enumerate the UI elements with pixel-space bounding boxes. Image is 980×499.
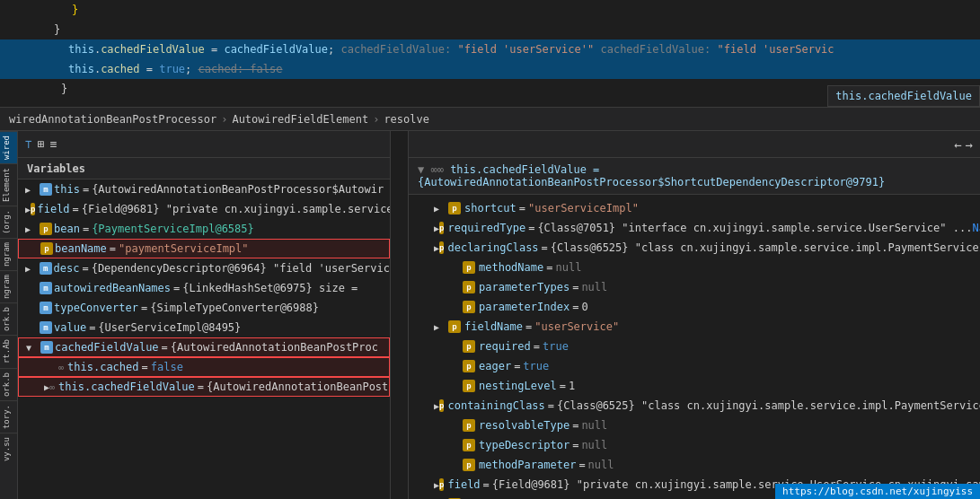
var-val-desc: {DependencyDescriptor@6964} "field 'user… <box>92 262 390 275</box>
var-eq-value: = <box>89 321 95 334</box>
val-required: true <box>543 340 569 353</box>
inspect-title-text: this.cachedFieldValue = {AutowiredAnnota… <box>418 163 885 188</box>
expand-shortcut[interactable]: ▶ <box>434 204 448 214</box>
var-icon-cachedfieldvalue: m <box>40 341 53 354</box>
side-label-ngram1: ngram <box>0 238 17 270</box>
side-label-ngram2: ngram <box>0 270 17 302</box>
var-row-this[interactable]: ▶ m this = {AutowiredAnnotationBeanPostP… <box>18 179 390 199</box>
oo-icon-cached: ∞ <box>58 363 64 372</box>
name-containingclass: containingClass <box>447 399 544 412</box>
back-button[interactable]: ← <box>954 137 961 152</box>
var-icon-autowired: m <box>40 282 52 294</box>
var-val-value: {UserServiceImpl@8495} <box>98 321 241 334</box>
var-row-beanname[interactable]: p beanName = "paymentServiceImpl" <box>18 239 390 258</box>
var-val-typeconverter: {SimpleTypeConverter@6988} <box>150 302 319 314</box>
icon-required: p <box>463 340 475 353</box>
field-tooltip: this.cachedFieldValue <box>827 85 980 107</box>
inspect-row-nestinglevel[interactable]: p nestingLevel = 1 <box>409 376 980 396</box>
var-eq-desc: = <box>82 262 88 275</box>
var-eq-bean: = <box>83 223 89 235</box>
var-icon-this: m <box>40 183 52 196</box>
var-row-cachedfieldvalue[interactable]: ▼ m cachedFieldValue = {AutowiredAnnotat… <box>18 337 390 357</box>
val-paramindex: 0 <box>581 301 587 313</box>
inspect-row-containingclass[interactable]: ▶ p containingClass = {Class@6525} "clas… <box>409 396 980 416</box>
var-val-cachedfieldvalue: {AutowiredAnnotationBeanPostProc <box>171 341 378 354</box>
inspect-row-fieldname[interactable]: ▶ p fieldName = "userService" <box>409 317 980 337</box>
side-label-tory: tory. <box>0 400 17 433</box>
var-eq-autowired: = <box>173 282 180 294</box>
menu-icon[interactable]: ≡ <box>50 137 57 151</box>
expand-icon-this[interactable]: ▶ <box>25 185 40 195</box>
val-nestinglevel: 1 <box>569 380 575 392</box>
var-icon-desc: m <box>40 262 52 275</box>
url-bar: https://blog.csdn.net/xujingyiss <box>775 484 980 499</box>
icon-methodname: p <box>463 261 475 274</box>
name-fieldname: fieldName <box>464 320 523 333</box>
name-paramtypes: parameterTypes <box>479 281 569 293</box>
inspect-toolbar: ← → <box>409 131 980 158</box>
var-row-this-cachedfieldvalue[interactable]: ▶ ∞ this.cachedFieldValue = {AutowiredAn… <box>18 377 390 397</box>
inspect-row-paramindex[interactable]: p parameterIndex = 0 <box>409 297 980 317</box>
val-declaringclass: {Class@6525} "class cn.xujingyi.sample.s… <box>551 241 980 254</box>
var-icon-value: m <box>40 321 52 334</box>
var-icon-beanname: p <box>40 242 53 255</box>
icon-methodparam: p <box>463 459 475 471</box>
icon-resolvabletype: p <box>463 419 475 432</box>
inspect-content[interactable]: ▶ p shortcut = "userServiceImpl" ▶ p req… <box>409 195 980 499</box>
name-declaringclass: declaringClass <box>447 241 538 254</box>
inspect-row-eager[interactable]: p eager = true <box>409 356 980 376</box>
inspect-row-paramtypes[interactable]: p parameterTypes = null <box>409 277 980 297</box>
icon-requiredtype: p <box>439 222 444 234</box>
side-label-org: (org. <box>0 206 17 238</box>
var-row-field[interactable]: ▶ p field = {Field@9681} "private cn.xuj… <box>18 199 390 219</box>
variables-list[interactable]: ▶ m this = {AutowiredAnnotationBeanPostP… <box>18 179 390 499</box>
var-icon-bean: p <box>40 223 52 235</box>
var-name-beanname: beanName <box>55 242 107 255</box>
var-row-autowired[interactable]: m autowiredBeanNames = {LinkedHashSet@69… <box>18 278 390 298</box>
inspect-row-required[interactable]: p required = true <box>409 337 980 356</box>
inspect-row-requiredtype[interactable]: ▶ p requiredType = {Class@7051} "interfa… <box>409 218 980 238</box>
val-eager: true <box>523 360 549 372</box>
inspect-row-declaringclass[interactable]: ▶ p declaringClass = {Class@6525} "class… <box>409 238 980 258</box>
var-eq-beanname: = <box>110 242 116 255</box>
url-text: https://blog.csdn.net/xujingyiss <box>782 486 973 497</box>
val-shortcut: "userServiceImpl" <box>528 202 639 214</box>
var-row-desc[interactable]: ▶ m desc = {DependencyDescriptor@6964} "… <box>18 258 390 278</box>
var-row-value[interactable]: m value = {UserServiceImpl@8495} <box>18 318 390 337</box>
inspect-row-shortcut[interactable]: ▶ p shortcut = "userServiceImpl" <box>409 198 980 218</box>
breadcrumb-item-3: resolve <box>384 113 429 126</box>
inspect-row-resolvabletype[interactable]: p resolvableType = null <box>409 416 980 435</box>
var-icon-typeconverter: m <box>40 302 52 314</box>
expand-fieldname[interactable]: ▶ <box>434 322 448 332</box>
expand-icon-desc[interactable]: ▶ <box>25 264 40 274</box>
var-val-field: {Field@9681} "private cn.xujingyi.sample… <box>82 203 390 215</box>
code-line-1: } <box>0 0 980 20</box>
forward-button[interactable]: → <box>966 137 973 152</box>
inspect-row-methodparam[interactable]: p methodParameter = null <box>409 455 980 475</box>
var-name-desc: desc <box>54 262 80 275</box>
link-requiredtype[interactable]: Navigate <box>972 222 980 234</box>
var-name-value: value <box>54 321 86 334</box>
breadcrumb-item-2: AutowiredFieldElement <box>232 113 368 126</box>
var-row-this-cached[interactable]: ∞ this.cached = false <box>18 357 390 377</box>
variables-label: Variables <box>27 162 85 175</box>
expand-icon-bean[interactable]: ▶ <box>25 224 40 234</box>
grid-icon[interactable]: ⊞ <box>38 137 45 151</box>
name-resolvabletype: resolvableType <box>479 419 569 432</box>
filter-icon[interactable]: ⊤ <box>25 137 32 151</box>
breadcrumb: wiredAnnotationBeanPostProcessor › Autow… <box>0 108 980 131</box>
var-val-this-cachedfieldvalue: {AutowiredAnnotationBeanPostP <box>207 381 390 393</box>
code-line-4: this.cached = true; cached: false <box>0 59 980 79</box>
inspect-row-typedescriptor[interactable]: p typeDescriptor = null <box>409 435 980 455</box>
var-name-this: this <box>54 183 80 196</box>
name-methodparam: methodParameter <box>479 459 576 471</box>
var-eq-cachedfieldvalue: = <box>162 341 168 354</box>
inspect-title: ▼ ∞∞ this.cachedFieldValue = {AutowiredA… <box>409 158 980 195</box>
val-fieldname: "userService" <box>534 320 619 333</box>
expand-icon-cachedfieldvalue[interactable]: ▼ <box>26 343 40 353</box>
var-row-typeconverter[interactable]: m typeConverter = {SimpleTypeConverter@6… <box>18 298 390 318</box>
breadcrumb-item-1: wiredAnnotationBeanPostProcessor <box>9 113 216 126</box>
var-row-bean[interactable]: ▶ p bean = {PaymentServiceImpl@6585} <box>18 219 390 239</box>
inspect-row-methodname[interactable]: p methodName = null <box>409 258 980 277</box>
name-typedescriptor: typeDescriptor <box>479 439 569 451</box>
